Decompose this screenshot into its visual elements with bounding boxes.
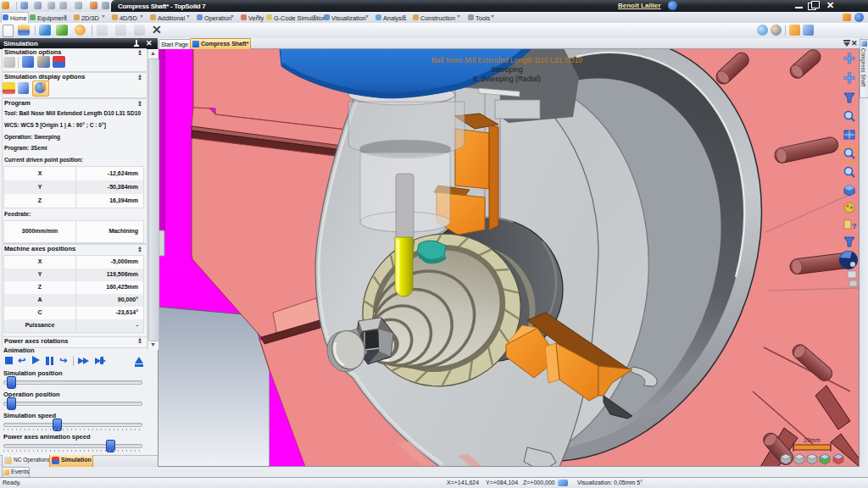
- svg-text:?: ?: [852, 222, 857, 230]
- svg-text:8: Sweeping (Radial): 8: Sweeping (Radial): [473, 75, 541, 83]
- svg-text:Sweeping: Sweeping: [491, 65, 523, 74]
- svg-text:Ball Nose Mill Extended Length: Ball Nose Mill Extended Length D10 L31 S…: [431, 56, 582, 64]
- svg-text:20mm: 20mm: [804, 437, 821, 443]
